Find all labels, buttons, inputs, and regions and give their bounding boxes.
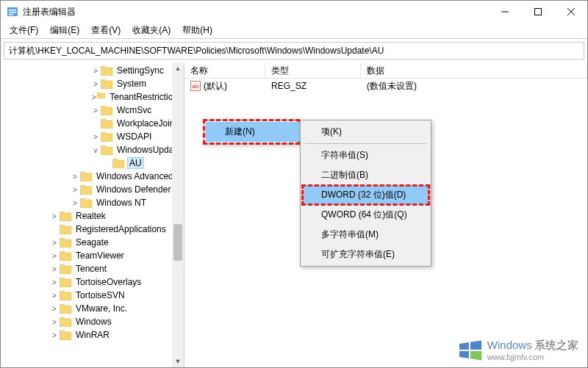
menu-file[interactable]: 文件(F)	[4, 23, 44, 38]
address-text: 计算机\HKEY_LOCAL_MACHINE\SOFTWARE\Policies…	[9, 45, 384, 57]
watermark-suffix: 系统之家	[534, 339, 578, 351]
tree-node[interactable]: AU	[4, 156, 184, 170]
expand-icon[interactable]: >	[49, 212, 60, 220]
titlebar: 注册表编辑器	[1, 1, 587, 23]
ctx-submenu-label: DWORD (32 位)值(D)	[321, 190, 406, 200]
tree-node[interactable]: > WcmSvc	[4, 104, 184, 117]
tree-node[interactable]: > TenantRestrictions	[4, 90, 184, 104]
tree-node[interactable]: > Windows NT	[4, 196, 184, 209]
regedit-window: 注册表编辑器 文件(F) 编辑(E) 查看(V) 收藏夹(A) 帮助(H) 计算…	[0, 0, 588, 368]
folder-icon	[101, 106, 112, 115]
tree-node-label: WSDAPI	[115, 131, 153, 142]
expand-icon[interactable]: >	[90, 133, 101, 141]
expand-icon[interactable]: >	[49, 318, 60, 326]
ctx-submenu-item[interactable]: 可扩充字符串值(E)	[302, 245, 429, 264]
ctx-submenu-item[interactable]: DWORD (32 位)值(D)	[302, 185, 429, 205]
folder-icon	[80, 185, 92, 195]
tree-node[interactable]: > Tencent	[4, 262, 184, 275]
tree-node-label: SettingSync	[115, 65, 165, 76]
close-icon	[567, 8, 575, 15]
menu-edit[interactable]: 编辑(E)	[44, 23, 85, 38]
context-submenu: 项(K)字符串值(S)二进制值(B)DWORD (32 位)值(D)QWORD …	[300, 120, 431, 267]
tree-node-label: Seagate	[74, 237, 110, 248]
expand-icon[interactable]: >	[70, 173, 80, 181]
close-button[interactable]	[554, 1, 587, 23]
value-type: REG_SZ	[265, 80, 361, 92]
expand-icon[interactable]: v	[90, 146, 101, 154]
menu-view[interactable]: 查看(V)	[85, 23, 126, 38]
tree-node-label: TeamViewer	[74, 250, 126, 261]
watermark: Windows 系统之家 www.bjjmlv.com	[458, 339, 578, 361]
tree-node[interactable]: > Seagate	[4, 236, 184, 249]
folder-icon	[101, 145, 112, 155]
registry-tree[interactable]: > SettingSync > System > TenantRestricti…	[1, 64, 184, 342]
tree-node[interactable]: > TortoiseOverlays	[4, 275, 184, 289]
folder-icon	[60, 238, 71, 248]
expand-icon[interactable]: >	[49, 252, 60, 260]
tree-node[interactable]: > WinRAR	[4, 328, 184, 342]
tree-node[interactable]: > SettingSync	[4, 64, 184, 77]
folder-icon	[101, 66, 112, 76]
menu-favorites[interactable]: 收藏夹(A)	[126, 23, 176, 38]
tree-node[interactable]: > Windows	[4, 315, 184, 328]
tree-node[interactable]: v WindowsUpdate	[4, 143, 184, 156]
value-data: (数值未设置)	[361, 79, 587, 93]
expand-icon[interactable]: >	[49, 265, 60, 273]
tree-node-label: RegisteredApplications	[74, 224, 168, 234]
maximize-button[interactable]	[521, 1, 554, 23]
scroll-down-icon[interactable]: ▼	[172, 356, 184, 367]
tree-node[interactable]: > Windows Advanced	[4, 170, 184, 183]
minimize-button[interactable]	[488, 1, 521, 23]
expand-icon[interactable]: >	[49, 278, 60, 286]
expand-icon[interactable]: >	[70, 199, 80, 207]
col-data[interactable]: 数据	[361, 62, 587, 78]
expand-icon[interactable]: >	[90, 80, 101, 88]
tree-node[interactable]: > System	[4, 77, 184, 90]
scroll-up-icon[interactable]: ▲	[172, 62, 184, 74]
ctx-submenu-item[interactable]: QWORD (64 位)值(Q)	[302, 205, 429, 225]
folder-icon	[101, 119, 112, 129]
string-value-icon: ab	[190, 81, 201, 91]
tree-scrollbar[interactable]: ▲ ▼	[172, 62, 184, 367]
folder-icon	[60, 225, 71, 234]
list-row[interactable]: ab(默认) REG_SZ (数值未设置)	[184, 79, 587, 93]
expand-icon[interactable]: >	[90, 67, 101, 75]
ctx-submenu-item[interactable]: 多字符串值(M)	[302, 225, 429, 245]
tree-node[interactable]: > WSDAPI	[4, 130, 184, 143]
tree-node-label: Windows NT	[95, 198, 148, 208]
tree-node[interactable]: WorkplaceJoin	[4, 117, 184, 130]
svg-marker-10	[459, 351, 469, 358]
folder-icon	[60, 212, 71, 221]
ctx-submenu-label: 字符串值(S)	[321, 150, 368, 160]
menu-help[interactable]: 帮助(H)	[176, 23, 218, 38]
tree-node-label: Windows Defender	[95, 184, 172, 195]
content-area: > SettingSync > System > TenantRestricti…	[1, 62, 587, 367]
tree-node[interactable]: > TeamViewer	[4, 249, 184, 262]
tree-node[interactable]: > Windows Defender	[4, 183, 184, 196]
expand-icon[interactable]: >	[70, 186, 80, 194]
tree-node-label: WorkplaceJoin	[115, 118, 176, 129]
ctx-submenu-item[interactable]: 二进制值(B)	[302, 165, 429, 185]
col-name[interactable]: 名称	[184, 62, 265, 78]
expand-icon[interactable]: >	[49, 305, 60, 313]
folder-icon	[60, 291, 71, 300]
expand-icon[interactable]: >	[49, 331, 60, 339]
tree-node-label: AU	[127, 157, 144, 169]
tree-node[interactable]: > TortoiseSVN	[4, 289, 184, 302]
col-type[interactable]: 类型	[265, 62, 361, 78]
ctx-submenu-item[interactable]: 项(K)	[302, 122, 429, 142]
ctx-submenu-item[interactable]: 字符串值(S)	[302, 145, 429, 165]
scroll-thumb[interactable]	[173, 224, 182, 261]
tree-node[interactable]: > VMware, Inc.	[4, 302, 184, 315]
expand-icon[interactable]: >	[49, 239, 60, 247]
ctx-submenu-label: 可扩充字符串值(E)	[321, 249, 395, 259]
tree-node-label: Windows Advanced	[95, 171, 175, 181]
expand-icon[interactable]: >	[90, 93, 97, 101]
tree-node[interactable]: > Realtek	[4, 209, 184, 223]
watermark-url: www.bjjmlv.com	[487, 353, 578, 361]
svg-rect-2	[9, 12, 16, 13]
expand-icon[interactable]: >	[90, 107, 101, 115]
expand-icon[interactable]: >	[49, 292, 60, 300]
address-bar[interactable]: 计算机\HKEY_LOCAL_MACHINE\SOFTWARE\Policies…	[4, 42, 584, 59]
tree-node[interactable]: RegisteredApplications	[4, 223, 184, 236]
